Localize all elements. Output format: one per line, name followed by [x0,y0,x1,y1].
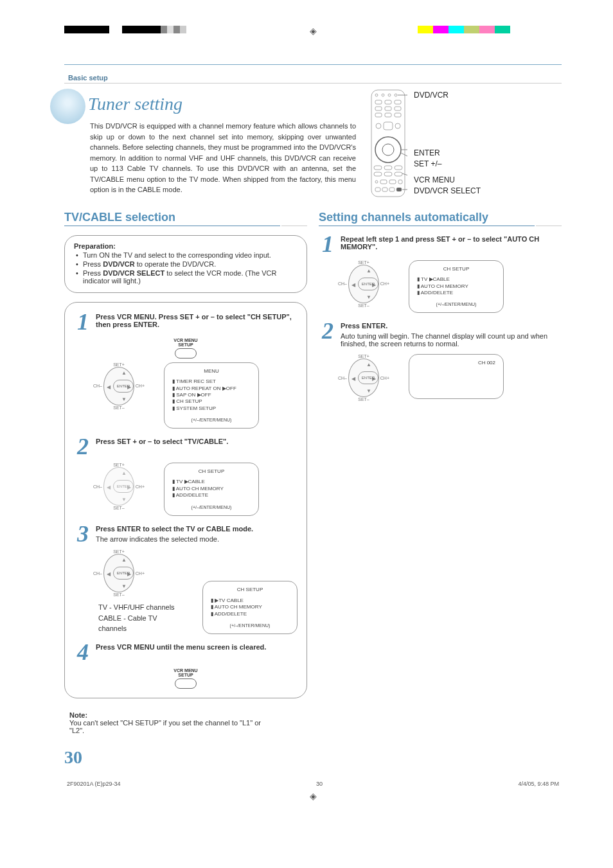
step-number: 3 [74,525,92,544]
vcr-menu-button-icon: VCR MENU SETUP [160,668,211,689]
svg-point-14 [376,123,381,128]
svg-point-18 [382,144,394,155]
right-heading: Setting channels automatically [319,211,562,224]
remote-label-select: DVD/VCR SELECT [414,186,481,197]
ch-setup-screen: CH SETUP ▮ ▶TV CABLE ▮ AUTO CH MEMORY ▮ … [202,581,298,634]
note: Note: You can't select "CH SETUP" if you… [69,711,275,734]
mode-desc: TV - VHF/UHF channels CABLE - Cable TV c… [98,602,183,634]
steps-box: 1 Press VCR MENU. Press SET + or – to se… [64,302,307,698]
prep-bullet: Press DVD/VCR SELECT to select the VCR m… [74,269,298,285]
step-text: Press SET + or – to select "TV/CABLE". [96,438,298,456]
svg-point-1 [375,94,378,96]
remote-outline-icon [369,89,407,198]
svg-rect-9 [385,107,391,111]
svg-point-15 [395,123,400,128]
step-text: Press VCR MENU until the menu screen is … [96,643,298,662]
header-rule [64,64,562,65]
enter-pad-icon: SET+ CH– ▲▼◀▶ENTER CH+ SET– [93,549,145,597]
svg-line-35 [401,153,407,159]
footer: 2F90201A (E)p29-34 30 4/4/05, 9:48 PM [64,781,562,787]
remote-label-enter: ENTER [414,148,481,159]
svg-rect-19 [374,166,382,170]
vcr-menu-button-icon: VCR MENU SETUP [160,338,211,359]
remote-label-set: SET +/– [414,159,481,170]
preparation-box: Preparation: Turn ON the TV and select t… [64,235,307,293]
step-text: Repeat left step 1 and press SET + or – … [341,235,562,254]
svg-rect-28 [398,180,402,184]
registration-mark-icon: ◈ [64,791,562,801]
remote-diagram: DVD/VCR ENTER SET +/– VCR MENU DVD/VCR S… [369,89,562,198]
svg-rect-26 [380,180,387,184]
intro-text: This DVD/VCR is equipped with a channel … [90,121,356,195]
svg-rect-5 [375,100,382,104]
footer-right: 4/4/05, 9:48 PM [518,781,559,787]
tuning-screen: CH 002 [409,354,504,399]
svg-rect-7 [395,100,401,104]
svg-point-17 [375,137,401,163]
enter-pad-icon: SET+ CH– ▲▼◀▶ENTER CH+ SET– [93,362,145,410]
step-number: 4 [74,643,92,662]
step-number: 2 [319,322,337,348]
remote-label-vcrmenu: VCR MENU [414,175,481,186]
footer-center: 30 [316,781,323,787]
step-number: 1 [74,313,92,332]
prep-title: Preparation: [74,242,298,250]
step-text: Press ENTER to select the TV or CABLE mo… [96,525,298,544]
step-text: Press ENTER. Auto tuning will begin. The… [341,322,562,348]
svg-point-25 [375,181,378,183]
svg-rect-27 [389,180,396,184]
svg-rect-16 [384,122,393,130]
step-number: 2 [74,438,92,456]
enter-pad-icon: SET+ CH– ▲▼◀▶ENTER CH+ SET– [338,354,389,402]
left-heading: TV/CABLE selection [64,211,307,224]
svg-point-4 [395,94,397,96]
svg-rect-31 [389,188,395,191]
svg-rect-21 [395,166,402,170]
svg-point-2 [382,94,384,96]
svg-rect-12 [385,113,391,117]
svg-rect-30 [382,188,387,191]
enter-pad-icon: SET+ CH– ▲▼◀▶ENTER CH+ SET– [93,463,145,510]
svg-rect-20 [384,166,392,170]
svg-rect-11 [375,113,382,117]
svg-rect-32 [396,188,402,191]
section-label: Basic setup [68,74,562,82]
svg-rect-8 [375,107,382,111]
svg-rect-22 [374,172,382,176]
svg-rect-23 [384,172,392,176]
step-text: Press VCR MENU. Press SET + or – to sele… [96,313,298,332]
svg-rect-13 [395,113,401,117]
svg-rect-24 [395,172,402,176]
svg-point-3 [388,94,391,96]
svg-rect-10 [395,107,401,111]
page-number: 30 [64,747,562,768]
remote-label-dvdvcr: DVD/VCR [414,90,481,101]
menu-screen: MENU ▮ TIMER REC SET ▮ AUTO REPEAT ON ▶O… [164,362,259,429]
footer-left: 2F90201A (E)p29-34 [67,781,121,787]
prep-bullet: Turn ON the TV and select to the corresp… [74,251,298,259]
ch-setup-screen: CH SETUP ▮ TV ▶CABLE ▮ AUTO CH MEMORY ▮ … [409,260,504,314]
page-title: Tuner setting [64,94,356,114]
enter-pad-icon: SET+ CH– ▲▼◀▶ENTER CH+ SET– [338,260,389,308]
svg-rect-6 [385,100,391,104]
svg-rect-29 [375,188,380,191]
ch-setup-screen: CH SETUP ▮ TV ▶CABLE ▮ AUTO CH MEMORY ▮ … [164,463,259,516]
registration-mark-icon: ◈ [310,26,317,36]
step-number: 1 [319,235,337,254]
print-registration-marks: ◈ [64,26,562,39]
prep-bullet: Press DVD/VCR to operate the DVD/VCR. [74,260,298,268]
